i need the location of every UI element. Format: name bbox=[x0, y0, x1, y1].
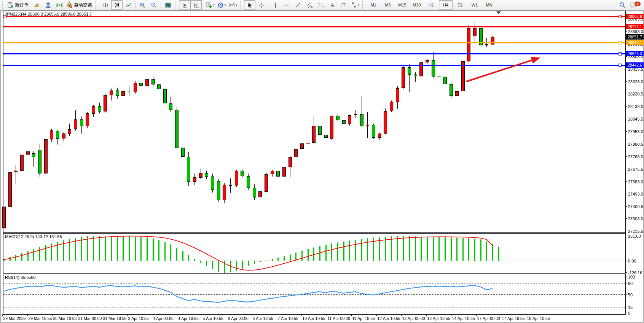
zoom-out-button[interactable] bbox=[148, 0, 159, 10]
toolbar-grip[interactable] bbox=[2, 1, 4, 9]
text-icon: A bbox=[329, 2, 336, 8]
toolbar-grip[interactable] bbox=[362, 1, 364, 9]
zoom-in-icon bbox=[139, 2, 146, 8]
text-button[interactable]: A bbox=[327, 0, 338, 10]
chevron-down-icon: ▾ bbox=[225, 3, 226, 7]
svg-text:A: A bbox=[331, 2, 334, 8]
cursor-button[interactable] bbox=[244, 0, 255, 10]
horizontal-line-icon bbox=[284, 2, 290, 8]
price-chart-canvas[interactable] bbox=[0, 0, 644, 323]
svg-text:F: F bbox=[323, 5, 324, 8]
chart-shift-icon bbox=[193, 2, 199, 8]
zoom-in-button[interactable] bbox=[137, 0, 148, 10]
crosshair-icon bbox=[258, 2, 265, 8]
vertical-line-icon bbox=[272, 2, 279, 8]
auto-trading-icon bbox=[66, 2, 73, 8]
notifications-button[interactable]: 1 bbox=[628, 0, 639, 10]
zoom-out-icon bbox=[151, 2, 157, 8]
timeframe-button-D1[interactable]: D1 bbox=[453, 0, 467, 10]
horn-icon bbox=[33, 2, 40, 8]
auto-scroll-button[interactable] bbox=[179, 0, 190, 10]
toolbar-separator bbox=[135, 1, 135, 9]
tile-windows-button[interactable] bbox=[162, 0, 174, 10]
svg-text:E: E bbox=[311, 5, 313, 8]
toolbar-separator bbox=[203, 1, 203, 9]
auto-trading-label: 自动交易 bbox=[74, 2, 92, 8]
operator-icon bbox=[45, 2, 51, 8]
bar-chart-button[interactable] bbox=[100, 0, 111, 10]
arrows-icon bbox=[351, 2, 357, 8]
search-icon bbox=[619, 2, 626, 8]
periods-button[interactable]: ▾ bbox=[216, 0, 227, 10]
trendline-icon bbox=[295, 2, 301, 8]
bar-chart-icon bbox=[102, 2, 109, 8]
candlestick-chart-button[interactable] bbox=[111, 0, 123, 10]
indicators-add-icon bbox=[206, 2, 212, 8]
candlestick-chart-icon bbox=[114, 2, 120, 8]
toolbar-separator bbox=[161, 1, 161, 9]
arrows-button[interactable]: ▾ bbox=[349, 0, 361, 10]
template-icon bbox=[229, 2, 235, 8]
text-label-button[interactable]: T bbox=[338, 0, 349, 10]
vertical-line-button[interactable] bbox=[269, 0, 281, 10]
templates-button[interactable]: ▾ bbox=[227, 0, 239, 10]
line-chart-button[interactable] bbox=[123, 0, 134, 10]
new-order-label: 新订单 bbox=[15, 2, 29, 8]
channel-icon: E bbox=[306, 2, 313, 8]
macd-indicator-label: MACD(12,26,9) 143.12 151.55 bbox=[5, 234, 62, 239]
tile-windows-icon bbox=[165, 2, 171, 8]
indicators-button[interactable]: ▾ bbox=[204, 0, 216, 10]
chart-shift-button[interactable] bbox=[190, 0, 202, 10]
main-toolbar: 新订单 自动交易 bbox=[0, 0, 644, 10]
text-label-icon: T bbox=[341, 2, 347, 8]
rsi-indicator-label: RSI(14) 65.6580 bbox=[5, 275, 36, 280]
chevron-down-icon: ▾ bbox=[358, 3, 360, 7]
fibonacci-button[interactable]: F bbox=[315, 0, 327, 10]
horizontal-line-button[interactable] bbox=[281, 0, 292, 10]
notification-badge: 1 bbox=[634, 2, 641, 6]
support-button[interactable] bbox=[42, 0, 54, 10]
new-order-button[interactable]: 新订单 bbox=[6, 0, 31, 10]
line-chart-icon bbox=[125, 2, 132, 8]
timeframe-button-H1[interactable]: H1 bbox=[424, 0, 438, 10]
timeframe-button-H4[interactable]: H4 bbox=[439, 0, 453, 10]
search-button[interactable] bbox=[617, 0, 628, 10]
fibonacci-icon: F bbox=[317, 2, 325, 8]
chevron-down-icon: ▾ bbox=[213, 3, 215, 7]
signal-icon bbox=[56, 2, 63, 8]
new-order-icon bbox=[7, 2, 14, 8]
toolbar-separator bbox=[268, 1, 268, 9]
timeframe-button-M15[interactable]: M15 bbox=[395, 0, 409, 10]
chevron-down-icon: ▾ bbox=[236, 3, 238, 7]
timeframe-button-W1[interactable]: W1 bbox=[468, 0, 481, 10]
channel-button[interactable]: E bbox=[304, 0, 315, 10]
timeframe-button-M5[interactable]: M5 bbox=[381, 0, 395, 10]
signal-button[interactable] bbox=[54, 0, 65, 10]
cursor-icon bbox=[247, 2, 253, 8]
chart-ohlc-values: 28596.3 28656.6 28596.0 28651.7 bbox=[28, 12, 92, 16]
auto-trading-button[interactable]: 自动交易 bbox=[65, 0, 94, 10]
chart-title: JPN225,H428596.3 28656.6 28596.0 28651.7 bbox=[5, 12, 93, 16]
timeframe-group: M1M5M15M30H1H4D1W1MN bbox=[366, 0, 496, 10]
toolbar-grip[interactable] bbox=[96, 1, 98, 9]
toolbar-grip[interactable] bbox=[240, 1, 242, 9]
timeframe-button-M1[interactable]: M1 bbox=[367, 0, 380, 10]
trendline-button[interactable] bbox=[292, 0, 304, 10]
auto-scroll-icon bbox=[182, 2, 188, 8]
svg-text:T: T bbox=[343, 3, 345, 7]
chart-window: 新订单 自动交易 bbox=[0, 0, 644, 323]
timeframe-button-M30[interactable]: M30 bbox=[410, 0, 424, 10]
crosshair-button[interactable] bbox=[255, 0, 267, 10]
news-button[interactable] bbox=[31, 0, 42, 10]
timeframe-button-MN[interactable]: MN bbox=[482, 0, 496, 10]
chart-symbol-period: JPN225,H4 bbox=[5, 12, 26, 16]
clock-icon bbox=[217, 2, 224, 8]
toolbar-grip[interactable] bbox=[175, 1, 177, 9]
